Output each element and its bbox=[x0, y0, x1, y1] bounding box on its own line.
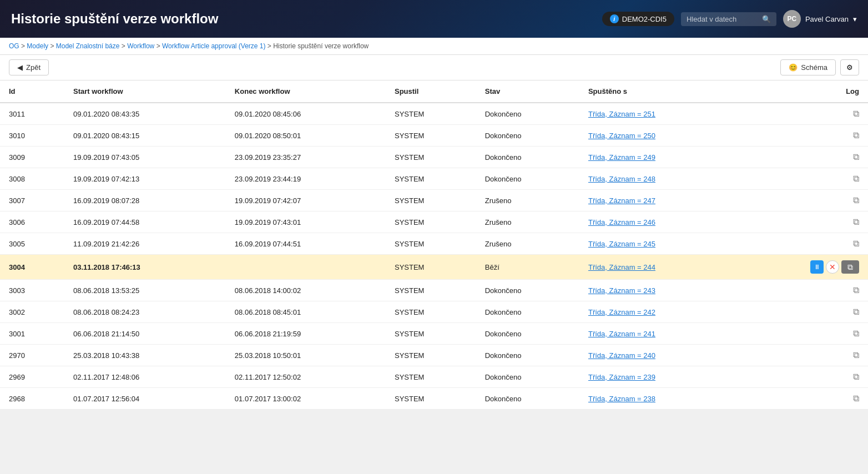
toolbar-right: 😊 Schéma ⚙ bbox=[780, 59, 859, 75]
breadcrumb-model[interactable]: Model Znalostní báze bbox=[56, 42, 120, 50]
cell-id: 3004 bbox=[0, 255, 64, 280]
cell-end: 19.09.2019 07:43:01 bbox=[226, 211, 386, 233]
spusteno-link[interactable]: Třída, Záznam = 245 bbox=[588, 240, 655, 248]
spusteno-link[interactable]: Třída, Záznam = 242 bbox=[588, 308, 655, 316]
user-badge[interactable]: PC Pavel Carvan ▾ bbox=[783, 10, 857, 28]
cell-spusteno[interactable]: Třída, Záznam = 242 bbox=[579, 301, 741, 323]
copy-icon[interactable]: ⧉ bbox=[853, 152, 859, 162]
cell-log[interactable]: ⧉ bbox=[741, 388, 868, 410]
spusteno-link[interactable]: Třída, Záznam = 241 bbox=[588, 330, 655, 338]
spusteno-link[interactable]: Třída, Záznam = 246 bbox=[588, 218, 655, 226]
breadcrumb-modely[interactable]: Modely bbox=[27, 42, 48, 50]
cell-spusteno[interactable]: Třída, Záznam = 246 bbox=[579, 211, 741, 233]
cell-end: 09.01.2020 08:50:01 bbox=[226, 125, 386, 147]
cell-spusteno[interactable]: Třída, Záznam = 243 bbox=[579, 280, 741, 301]
cell-stav: Dokončeno bbox=[476, 168, 579, 190]
cell-spusteno[interactable]: Třída, Záznam = 249 bbox=[579, 147, 741, 168]
cell-log[interactable]: ⧉ bbox=[741, 280, 868, 301]
cell-log[interactable]: ⧉ bbox=[741, 301, 868, 323]
copy-icon[interactable]: ⧉ bbox=[853, 195, 859, 205]
spusteno-link[interactable]: Třída, Záznam = 250 bbox=[588, 132, 655, 140]
header-right: i DEMO2-CDI5 🔍 PC Pavel Carvan ▾ bbox=[602, 10, 857, 28]
search-box[interactable]: 🔍 bbox=[681, 12, 776, 26]
cell-spusteno[interactable]: Třída, Záznam = 240 bbox=[579, 345, 741, 366]
table-row: 300919.09.2019 07:43:0523.09.2019 23:35:… bbox=[0, 147, 868, 168]
copy-icon[interactable]: ⧉ bbox=[853, 130, 859, 140]
cell-spustil: SYSTEM bbox=[386, 168, 476, 190]
cell-spustil: SYSTEM bbox=[386, 147, 476, 168]
breadcrumb-workflow[interactable]: Workflow bbox=[127, 42, 154, 50]
cell-start: 08.06.2018 08:24:23 bbox=[64, 301, 226, 323]
toolbar: ◀ Zpět 😊 Schéma ⚙ bbox=[0, 55, 868, 80]
cell-id: 3009 bbox=[0, 147, 64, 168]
cell-id: 3003 bbox=[0, 280, 64, 301]
cell-spusteno[interactable]: Třída, Záznam = 241 bbox=[579, 323, 741, 345]
copy-icon[interactable]: ⧉ bbox=[853, 372, 859, 382]
cell-spusteno[interactable]: Třída, Záznam = 251 bbox=[579, 103, 741, 125]
copy-icon[interactable]: ⧉ bbox=[853, 350, 859, 360]
schema-button[interactable]: 😊 Schéma bbox=[780, 59, 836, 75]
cell-id: 3005 bbox=[0, 233, 64, 255]
cell-spusteno[interactable]: Třída, Záznam = 250 bbox=[579, 125, 741, 147]
spusteno-link[interactable]: Třída, Záznam = 240 bbox=[588, 351, 655, 360]
cell-spustil: SYSTEM bbox=[386, 255, 476, 280]
spusteno-link[interactable]: Třída, Záznam = 251 bbox=[588, 110, 655, 118]
cell-log[interactable]: ⧉ bbox=[741, 168, 868, 190]
cell-spusteno[interactable]: Třída, Záznam = 238 bbox=[579, 388, 741, 410]
spusteno-link[interactable]: Třída, Záznam = 247 bbox=[588, 196, 655, 205]
copy-icon[interactable]: ⧉ bbox=[853, 329, 859, 339]
cell-log[interactable]: ⧉ bbox=[741, 323, 868, 345]
cell-end: 02.11.2017 12:50:02 bbox=[226, 366, 386, 388]
spusteno-link[interactable]: Třída, Záznam = 248 bbox=[588, 175, 655, 183]
cell-log[interactable]: ⧉ bbox=[741, 190, 868, 211]
cell-end: 09.01.2020 08:45:06 bbox=[226, 103, 386, 125]
cell-spustil: SYSTEM bbox=[386, 280, 476, 301]
cell-log[interactable]: ⧉ bbox=[741, 125, 868, 147]
breadcrumb-og[interactable]: OG bbox=[9, 42, 19, 50]
cell-id: 3011 bbox=[0, 103, 64, 125]
table-header: Id Start workflow Konec workflow Spustil… bbox=[0, 80, 868, 103]
stop-button[interactable]: ✕ bbox=[826, 260, 839, 274]
search-input[interactable] bbox=[687, 15, 759, 23]
cell-log[interactable]: ⧉ bbox=[741, 103, 868, 125]
copy-icon[interactable]: ⧉ bbox=[853, 109, 859, 119]
cell-spusteno[interactable]: Třída, Záznam = 239 bbox=[579, 366, 741, 388]
pause-button[interactable]: ⏸ bbox=[810, 260, 824, 274]
back-button[interactable]: ◀ Zpět bbox=[9, 59, 49, 75]
copy-icon[interactable]: ⧉ bbox=[853, 239, 859, 249]
copy-icon[interactable]: ⧉ bbox=[853, 307, 859, 317]
table-row: 300106.06.2018 21:14:5006.06.2018 21:19:… bbox=[0, 323, 868, 345]
cell-log[interactable]: ⧉ bbox=[741, 233, 868, 255]
cell-log[interactable]: ⧉ bbox=[741, 345, 868, 366]
spusteno-link[interactable]: Třída, Záznam = 238 bbox=[588, 395, 655, 403]
cell-end bbox=[226, 255, 386, 280]
cell-log[interactable]: ⧉ bbox=[741, 147, 868, 168]
spusteno-link[interactable]: Třída, Záznam = 239 bbox=[588, 373, 655, 381]
cell-spusteno[interactable]: Třída, Záznam = 248 bbox=[579, 168, 741, 190]
cell-log[interactable]: ⧉ bbox=[741, 211, 868, 233]
cell-log[interactable]: ⏸ ✕ ⧉ bbox=[741, 255, 868, 280]
copy-icon[interactable]: ⧉ bbox=[853, 285, 859, 295]
cell-spusteno[interactable]: Třída, Záznam = 245 bbox=[579, 233, 741, 255]
copy-icon[interactable]: ⧉ bbox=[853, 217, 859, 227]
breadcrumb-workflow-article[interactable]: Workflow Article approval (Verze 1) bbox=[162, 42, 266, 50]
cell-stav: Běží bbox=[476, 255, 579, 280]
instance-badge[interactable]: i DEMO2-CDI5 bbox=[602, 12, 674, 26]
cell-spustil: SYSTEM bbox=[386, 211, 476, 233]
workflow-table: Id Start workflow Konec workflow Spustil… bbox=[0, 80, 868, 410]
spusteno-link[interactable]: Třída, Záznam = 244 bbox=[588, 263, 655, 271]
cell-id: 3008 bbox=[0, 168, 64, 190]
copy-icon[interactable]: ⧉ bbox=[853, 394, 859, 404]
cell-end: 01.07.2017 13:00:02 bbox=[226, 388, 386, 410]
cell-spusteno[interactable]: Třída, Záznam = 244 bbox=[579, 255, 741, 280]
cell-spusteno[interactable]: Třída, Záznam = 247 bbox=[579, 190, 741, 211]
copy-icon[interactable]: ⧉ bbox=[853, 174, 859, 184]
chevron-down-icon[interactable]: ▾ bbox=[853, 15, 857, 23]
cell-log[interactable]: ⧉ bbox=[741, 366, 868, 388]
spusteno-link[interactable]: Třída, Záznam = 243 bbox=[588, 286, 655, 295]
spusteno-link[interactable]: Třída, Záznam = 249 bbox=[588, 153, 655, 162]
table-row: 300511.09.2019 21:42:2616.09.2019 07:44:… bbox=[0, 233, 868, 255]
log-button[interactable]: ⧉ bbox=[841, 260, 859, 274]
settings-button[interactable]: ⚙ bbox=[840, 59, 859, 75]
search-icon[interactable]: 🔍 bbox=[762, 15, 771, 23]
